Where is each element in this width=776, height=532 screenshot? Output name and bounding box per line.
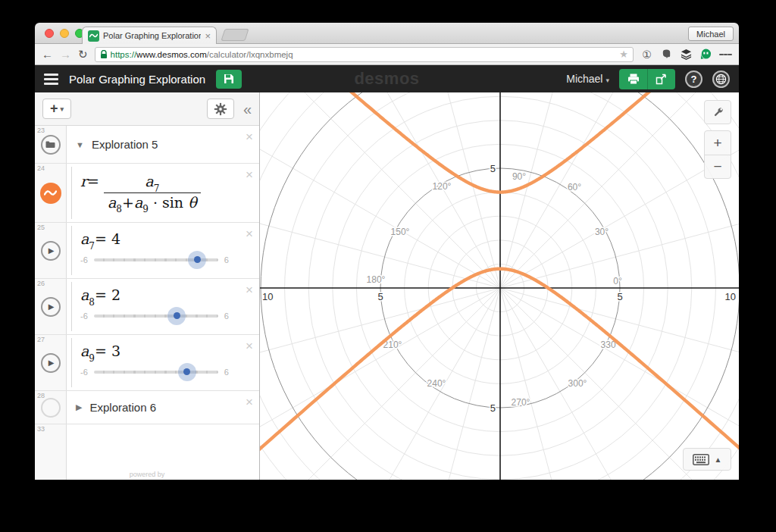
slider-max: 6	[224, 255, 229, 264]
play-icon: ▶	[48, 302, 55, 311]
slider-handle[interactable]	[178, 363, 196, 381]
slider-handle[interactable]	[188, 251, 206, 269]
svg-text:270°: 270°	[512, 397, 530, 408]
save-button[interactable]	[216, 70, 242, 89]
folder-expanded-icon[interactable]: ▼	[76, 140, 84, 149]
delete-row-icon[interactable]: ×	[246, 396, 253, 408]
folder-indent-line	[71, 282, 72, 331]
expression-row-folder[interactable]: 23 ▼ Exploration 5 ×	[35, 126, 259, 164]
gear-icon	[214, 102, 227, 116]
graph-title[interactable]: Polar Graphing Exploration	[69, 73, 205, 86]
slider-min: -6	[80, 368, 88, 377]
graph-paper[interactable]: 0°30°60°90°120°150°180°210°240°270°300°3…	[260, 92, 739, 480]
folder-collapsed-icon[interactable]: ▶	[76, 402, 82, 412]
main-menu-icon[interactable]	[44, 71, 58, 87]
slider-row-a7[interactable]: 25 ▶ a7= 4 -6 6 ×	[35, 223, 259, 279]
svg-text:150°: 150°	[391, 227, 410, 237]
info-extension-icon[interactable]: ①	[640, 48, 653, 61]
collapse-panel-button[interactable]: «	[243, 102, 252, 117]
polar-graph-canvas[interactable]: 0°30°60°90°120°150°180°210°240°270°300°3…	[260, 92, 739, 480]
delete-row-icon[interactable]: ×	[246, 283, 253, 296]
close-window-button[interactable]	[45, 29, 54, 38]
expression-row-folder-collapsed[interactable]: 28 ▶ Exploration 6 ×	[35, 391, 259, 424]
zoom-in-button[interactable]: +	[705, 131, 731, 155]
new-tab-button[interactable]	[221, 29, 249, 41]
https-lock-icon	[100, 50, 108, 59]
desmos-logo: desmos	[354, 69, 419, 89]
tab-title: Polar Graphing Exploration	[103, 31, 201, 40]
evernote-extension-icon[interactable]	[660, 48, 673, 61]
delete-row-icon[interactable]: ×	[246, 130, 253, 143]
desmos-header: Polar Graphing Exploration desmos Michae…	[35, 65, 739, 92]
polar-equation[interactable]: r=a7a8+a9 · sin θ	[80, 173, 201, 214]
slider-handle[interactable]	[167, 307, 186, 325]
expression-list-panel: +▾ « 23 ▼	[35, 92, 260, 480]
slider-row-a9[interactable]: 27 ▶ a9= 3 -6 6 ×	[35, 335, 259, 391]
svg-text:5: 5	[377, 291, 383, 302]
hangouts-extension-icon[interactable]	[699, 48, 712, 61]
account-menu[interactable]: Michael▾	[566, 73, 609, 85]
keyboard-icon	[693, 454, 709, 465]
slider-track[interactable]	[94, 315, 218, 318]
slider-row-a8[interactable]: 26 ▶ a8= 2 -6 6 ×	[35, 279, 259, 335]
share-button[interactable]	[647, 69, 675, 89]
folder-indent-line	[71, 167, 72, 219]
keyboard-toggle-button[interactable]: ▲	[683, 448, 731, 471]
url-text: https://www.desmos.com/calculator/lxqnxb…	[111, 50, 617, 59]
powered-by-text: powered by	[130, 471, 165, 478]
globe-icon	[715, 74, 727, 85]
expression-row-formula[interactable]: 24 r=a7a8+a9 · sin θ ×	[35, 164, 259, 223]
delete-row-icon[interactable]: ×	[246, 340, 253, 352]
settings-button[interactable]	[207, 99, 234, 119]
delete-row-icon[interactable]: ×	[246, 227, 253, 240]
browser-tab[interactable]: Polar Graphing Exploration ×	[82, 27, 217, 44]
address-bar[interactable]: https://www.desmos.com/calculator/lxqnxb…	[95, 47, 634, 62]
graph-settings-button[interactable]	[704, 100, 731, 124]
svg-text:120°: 120°	[433, 181, 452, 192]
zoom-controls: + −	[704, 130, 731, 179]
help-button[interactable]: ?	[685, 70, 702, 88]
tab-close-icon[interactable]: ×	[205, 31, 211, 41]
back-icon[interactable]: ←	[42, 49, 53, 60]
add-expression-button[interactable]: +▾	[42, 99, 71, 119]
folder-icon[interactable]	[41, 135, 61, 155]
svg-text:300°: 300°	[568, 378, 587, 389]
svg-text:5: 5	[490, 163, 496, 174]
play-icon: ▶	[48, 358, 55, 367]
print-button[interactable]	[619, 69, 647, 89]
play-button[interactable]: ▶	[41, 297, 61, 317]
svg-text:5: 5	[490, 402, 496, 414]
play-button[interactable]: ▶	[41, 241, 61, 261]
empty-circle-icon[interactable]	[41, 398, 61, 418]
svg-text:180°: 180°	[367, 274, 386, 285]
chevron-down-icon: ▾	[605, 77, 609, 84]
bookmark-star-icon[interactable]: ★	[619, 49, 628, 60]
chrome-menu-icon[interactable]	[719, 48, 732, 61]
minimize-window-button[interactable]	[60, 29, 69, 38]
slider-track[interactable]	[94, 258, 218, 261]
slider-track[interactable]	[94, 371, 218, 374]
folder-label[interactable]: Exploration 6	[89, 401, 156, 414]
zoom-out-button[interactable]: −	[705, 155, 731, 178]
reload-icon[interactable]: ↻	[78, 49, 88, 60]
browser-window: Polar Graphing Exploration × Michael ← →…	[35, 23, 739, 480]
slider-label: a9= 3	[80, 343, 259, 362]
row-number: 27	[37, 336, 45, 343]
play-button[interactable]: ▶	[41, 353, 61, 373]
browser-profile-button[interactable]: Michael	[688, 27, 734, 41]
slider-label: a8= 2	[80, 286, 259, 306]
language-globe-button[interactable]	[712, 70, 730, 88]
delete-row-icon[interactable]: ×	[246, 168, 253, 181]
svg-text:10: 10	[262, 291, 273, 302]
folder-label[interactable]: Exploration 5	[92, 138, 158, 151]
expression-toolbar: +▾ «	[35, 92, 259, 126]
expression-rows: 23 ▼ Exploration 5 × 24	[35, 126, 259, 480]
slider-max: 6	[224, 368, 229, 377]
printer-icon	[627, 74, 640, 85]
curve-color-icon[interactable]	[40, 183, 61, 204]
forward-icon: →	[60, 49, 71, 60]
folder-indent-line	[71, 338, 72, 387]
window-controls	[45, 29, 84, 38]
stack-extension-icon[interactable]	[680, 48, 693, 61]
play-icon: ▶	[48, 246, 55, 255]
